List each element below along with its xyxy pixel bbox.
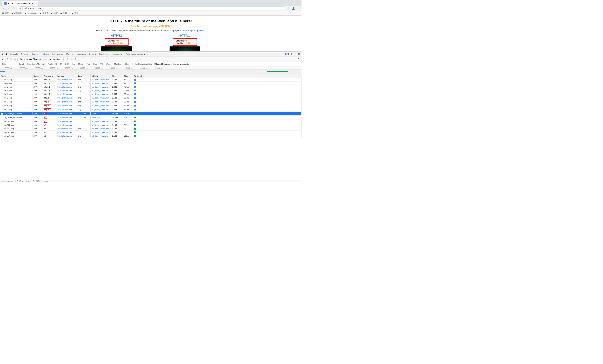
table-row[interactable]: 📄 h2_demo_frame.html 200 h2 http2.akamai… xyxy=(0,112,302,116)
initiator-link[interactable]: h1_demo_frame.html xyxy=(92,79,109,81)
initiator-link[interactable]: h1_demo_frame.html xyxy=(92,105,109,107)
domain-link[interactable]: http2.akamai.com xyxy=(58,128,72,130)
preserve-log-label[interactable]: Preserve log xyxy=(19,58,32,60)
inspect-element-button[interactable]: ▣ xyxy=(1,52,4,56)
initiator-link[interactable]: h2_demo_frame.html xyxy=(92,124,109,126)
filter-all-btn[interactable]: All xyxy=(41,63,46,65)
preserve-log-checkbox[interactable] xyxy=(19,58,21,60)
tab-performance[interactable]: Performance xyxy=(50,52,65,56)
network-settings-button[interactable]: ⚙ xyxy=(297,57,301,61)
filter-manifest-btn[interactable]: Manifest xyxy=(113,63,122,65)
table-row[interactable]: ▪ tile-4.png 200 http/1.1 http1.akamai.c… xyxy=(0,92,302,96)
hide-data-urls-label[interactable]: Hide data URLs xyxy=(25,63,41,65)
domain-link[interactable]: http1.akamai.com xyxy=(58,101,72,103)
bookmark-baidu[interactable]: 百 百度 xyxy=(1,11,9,15)
table-row[interactable]: ▪ tile-6.png 200 http/1.1 http1.akamai.c… xyxy=(0,85,302,89)
table-row[interactable]: ▪ tile-7.png 200 http/1.1 http1.akamai.c… xyxy=(0,82,302,85)
export-har-button[interactable]: ↓ xyxy=(70,58,73,61)
domain-link[interactable]: http2.akamai.com xyxy=(58,120,72,122)
col-header-size[interactable]: Size xyxy=(111,75,123,78)
table-row[interactable]: ▪ tile-8.png 200 http/1.1 http1.akamai.c… xyxy=(0,78,302,82)
table-row[interactable]: ▪ tile-3.png 200 http/1.1 http1.akamai.c… xyxy=(0,96,302,100)
table-row[interactable]: ▪ tile-374.png 200 h2 http2.akamai.com p… xyxy=(0,134,302,138)
filter-fetchxhr-btn[interactable]: Fetch/XHR xyxy=(46,63,58,65)
domain-link[interactable]: http1.akamai.com xyxy=(58,89,72,91)
forward-button[interactable]: → xyxy=(7,6,11,11)
tab-recorder[interactable]: Recorder ▲ xyxy=(110,52,124,56)
table-row[interactable]: ▪ tile-0.png 200 http/1.1 http1.akamai.c… xyxy=(0,108,302,112)
tab-performance-insights[interactable]: Performance insights ▲ xyxy=(124,52,147,56)
domain-link[interactable]: http1.akamai.com xyxy=(58,86,72,88)
initiator-link[interactable]: h2_demo_frame.html xyxy=(92,120,109,122)
desc-link[interactable]: Akamai Spinning Globe xyxy=(182,29,205,32)
col-header-domain[interactable]: Domain xyxy=(56,75,77,78)
col-header-protocol[interactable]: Protocol ▼ xyxy=(43,75,56,78)
table-row[interactable]: ▪ tile-378.png 200 h2 http2.akamai.com p… xyxy=(0,120,302,123)
table-row[interactable]: ▪ tile-1.png 200 http/1.1 http1.akamai.c… xyxy=(0,104,302,108)
filter-ws-btn[interactable]: WS xyxy=(99,63,104,65)
domain-link[interactable]: http1.akamai.com xyxy=(58,105,72,107)
col-header-type[interactable]: Type xyxy=(77,75,91,78)
import-button[interactable]: ⇮ xyxy=(66,58,69,61)
tab-application[interactable]: Application xyxy=(75,52,88,56)
initiator-link[interactable]: h1_demo_frame.html xyxy=(92,101,109,103)
blocked-requests-label[interactable]: Blocked Requests xyxy=(153,63,170,65)
initiator-link[interactable]: h1_demo_frame.html xyxy=(92,93,109,95)
bookmark-star-button[interactable]: ☆ xyxy=(287,6,290,11)
throttling-select[interactable]: No throttling xyxy=(48,58,64,61)
initiator-link[interactable]: h2_demo_frame.html xyxy=(92,128,109,130)
domain-link[interactable]: http2.akamai.com xyxy=(58,135,72,137)
initiator-link[interactable]: h1_demo_frame.html xyxy=(92,109,109,111)
tab-lighthouse[interactable]: Lighthouse xyxy=(98,52,110,56)
bookmark-guanwang[interactable]: ◼ 官网 xyxy=(71,11,79,15)
filter-img-btn[interactable]: Img xyxy=(71,63,76,65)
table-row[interactable]: ▪ h2_demo_frame.html 200 h2 http2.akamai… xyxy=(0,116,302,120)
filter-media-btn[interactable]: Media xyxy=(77,63,84,65)
domain-link[interactable]: http2.akamai.com xyxy=(58,131,72,133)
initiator-link[interactable]: h1_demo_frame.html xyxy=(92,89,109,91)
col-header-name[interactable]: Name xyxy=(0,75,33,78)
domain-link[interactable]: http2.akamai.com xyxy=(58,124,72,126)
col-header-time[interactable]: Time xyxy=(123,75,133,78)
has-blocked-cookies-label[interactable]: Has blocked cookies xyxy=(132,63,152,65)
domain-link[interactable]: http1.akamai.com xyxy=(58,97,72,99)
tab-elements[interactable]: Elements xyxy=(8,52,20,56)
col-header-status[interactable]: Status xyxy=(33,75,43,78)
table-row[interactable]: ▪ tile-5.png 200 http/1.1 http1.akamai.c… xyxy=(0,89,302,92)
device-toolbar-button[interactable]: 📱 xyxy=(4,52,8,56)
initiator-link[interactable]: h1_demo_frame.html xyxy=(92,82,109,84)
bookmark-xiaotao[interactable]: ◆ 小淘课堂 xyxy=(11,11,23,15)
initiator-link[interactable]: demo:167 xyxy=(92,116,100,119)
tab-memory[interactable]: Memory xyxy=(65,52,75,56)
disable-cache-checkbox[interactable] xyxy=(33,58,35,60)
settings-button[interactable]: ⚙ xyxy=(290,52,293,56)
invert-label[interactable]: Invert xyxy=(17,63,24,65)
third-party-label[interactable]: 3rd-party requests xyxy=(171,63,189,65)
close-devtools-button[interactable]: ✕ xyxy=(297,52,301,56)
address-bar[interactable]: 🔒 http2.akamai.com/demo xyxy=(17,7,285,10)
domain-link[interactable]: http1.akamai.com xyxy=(58,93,72,95)
reload-button[interactable]: ↻ xyxy=(12,6,16,11)
blocked-requests-checkbox[interactable] xyxy=(153,63,155,65)
bookmark-aliyun[interactable]: ◼ 阿里云 xyxy=(39,11,49,15)
filter-input[interactable] xyxy=(1,63,15,65)
domain-link[interactable]: http1.akamai.com xyxy=(58,82,72,84)
record-button[interactable]: ⏺ xyxy=(1,58,4,61)
initiator-link[interactable]: h2_demo_frame.html xyxy=(92,135,109,137)
menu-button[interactable]: ⋮ xyxy=(296,6,300,11)
third-party-checkbox[interactable] xyxy=(171,63,173,65)
profile-button[interactable]: 👤 xyxy=(291,6,295,11)
col-header-initiator[interactable]: Initiator xyxy=(91,75,111,78)
active-tab[interactable]: HTTP/2 is the future of the Web, and it … xyxy=(1,1,38,6)
bookmark-yunying[interactable]: ◼ 运营 xyxy=(50,11,58,15)
tab-security[interactable]: Security xyxy=(87,52,98,56)
tab-console[interactable]: Console xyxy=(20,52,30,56)
filter-css-btn[interactable]: CSS xyxy=(64,63,70,65)
table-row[interactable]: ▪ tile-375.png 200 h2 http2.akamai.com p… xyxy=(0,131,302,134)
filter-button[interactable]: ⎗ xyxy=(9,58,12,61)
filter-font-btn[interactable]: Font xyxy=(85,63,91,65)
initiator-link[interactable]: h2_demo_frame.html xyxy=(92,131,109,133)
table-row[interactable]: ▪ tile-376.png 200 h2 http2.akamai.com p… xyxy=(0,127,302,131)
bookmark-xdclass[interactable]: ◼ xdclass.net xyxy=(24,12,38,15)
bookmark-jinxing[interactable]: ◼ 进行中 xyxy=(60,11,70,15)
